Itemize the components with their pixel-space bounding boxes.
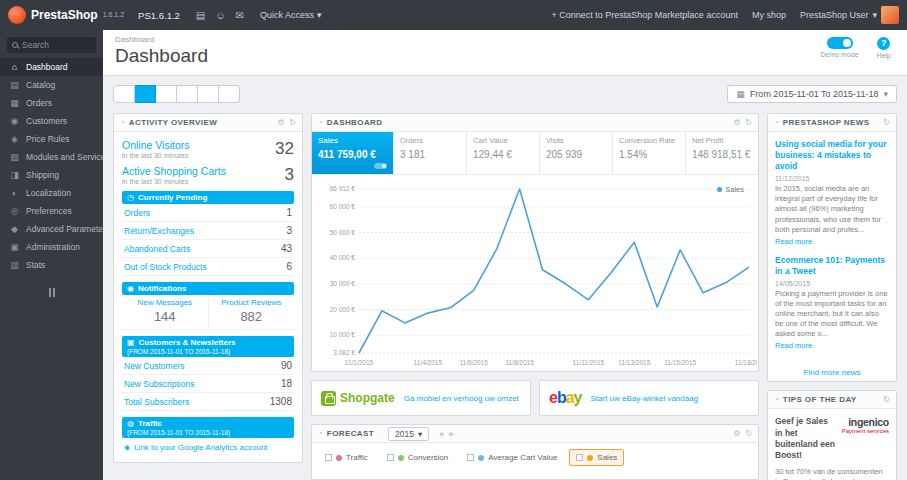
checkbox[interactable] [387,454,394,461]
article-title[interactable]: Ecommerce 101: Payments in a Tweet [775,255,889,277]
date-range-button[interactable]: ▦ From 2015-11-01 To 2015-11-18 ▾ [727,85,897,103]
search-input[interactable] [22,40,91,50]
plus-icon: + [552,10,557,20]
orders-notification-icon[interactable]: ▤ [196,10,205,21]
metric-tab[interactable]: Sales 411 759,00 € [312,132,394,174]
sidebar-item[interactable]: ▣ Administration [0,238,103,256]
period-filter-button[interactable] [177,85,198,103]
forecast-panel: ◔ FORECAST 2015 ▾ « » ⚙↻ [311,424,759,480]
online-visitors-value: 32 [275,139,294,159]
clock-icon: ◷ [127,193,134,202]
period-filter-button[interactable] [156,85,177,103]
news-panel-header: ◔ PRESTASHOP NEWS ↻ [768,114,896,132]
pending-label[interactable]: Orders [124,208,150,218]
series-color-dot [336,455,342,461]
pending-label[interactable]: Abandoned Carts [124,244,190,254]
metric-toggle[interactable] [374,163,387,169]
sidebar-item[interactable]: ◨ Shipping [0,166,103,184]
chart-legend: Sales [717,185,744,194]
sidebar-item[interactable]: ◐ Localization [0,184,103,202]
active-carts-link[interactable]: Active Shopping Carts [122,165,226,177]
metric-tab[interactable]: Orders 3 181 [394,132,467,174]
sidebar-item[interactable]: ◉ Customers [0,112,103,130]
google-analytics-link[interactable]: ◈ Link to your Google Analytics account [122,438,294,457]
my-shop-link[interactable]: My shop [752,10,786,20]
quick-access-menu[interactable]: Quick Access ▾ [260,10,322,20]
online-visitors: Online Visitors in the last 30 minutes 3… [122,139,294,159]
promo-row: Shopgate Ga mobiel en verhoog uw omzet e… [311,380,759,416]
notification-label[interactable]: New Messages [122,298,208,307]
forecast-year-select[interactable]: 2015 ▾ [388,427,429,441]
metric-tab[interactable]: Net Profit 148 918,51 € [686,132,758,174]
period-filter-button[interactable] [198,85,219,103]
refresh-icon[interactable]: ↻ [745,118,752,127]
period-filter-button[interactable] [219,85,240,103]
checkbox[interactable] [325,454,332,461]
forecast-legend-item[interactable]: Conversion [380,449,455,466]
user-name: PrestaShop User [800,10,869,20]
period-filter-button[interactable] [135,85,156,103]
metric-tab[interactable]: Visits 205 939 [540,132,613,174]
tips-panel-header: ◔ TIPS OF THE DAY ↻ [768,391,896,409]
sidebar-item-label: Customers [26,116,67,126]
pending-label[interactable]: Out of Stock Products [124,262,207,272]
customers-row-label[interactable]: New Customers [124,361,184,371]
refresh-icon[interactable]: ↻ [289,118,296,127]
shop-name-link[interactable]: PS1.6.1.2 [138,10,180,21]
shopgate-link[interactable]: Ga mobiel en verhoog uw omzet [404,394,519,403]
sidebar-item-label: Price Rules [26,134,69,144]
period-filter-button[interactable] [113,85,135,103]
metric-tab[interactable]: Conversion Rate 1.54% [613,132,686,174]
forecast-legend-item[interactable]: Average Cart Value [460,449,564,466]
user-menu[interactable]: PrestaShop User ▾ [800,6,899,24]
marketplace-link[interactable]: + Connect to PrestaShop Marketplace acco… [552,10,738,20]
metric-label: Conversion Rate [619,136,679,145]
messages-notification-icon[interactable]: ✉ [236,10,244,21]
sales-chart: 66 912 €60 000 €50 000 €40 000 €30 000 €… [312,175,758,371]
pending-label[interactable]: Return/Exchanges [124,226,194,236]
customers-row-label[interactable]: Total Subscribers [124,397,189,407]
checkbox[interactable] [576,454,583,461]
sidebar-item[interactable]: ▧ Modules and Services [0,148,103,166]
next-year-button[interactable]: » [448,429,453,439]
forecast-legend-item[interactable]: Traffic [318,449,375,466]
checkbox[interactable] [467,454,474,461]
read-more-link[interactable]: Read more [775,237,889,246]
sidebar-item[interactable]: ▦ Orders [0,94,103,112]
page-header: Dashboard Dashboard Demo mode ? Help [103,30,907,76]
collapse-menu-button[interactable] [49,288,55,297]
help-button[interactable]: ? [877,37,890,50]
sidebar-item[interactable]: ◎ Preferences [0,202,103,220]
topbar-notifications: ▤ ☺ ✉ [196,10,244,21]
customers-notification-icon[interactable]: ☺ [215,10,225,21]
sidebar-item[interactable]: ⌂ Dashboard [0,58,103,76]
find-more-news-link[interactable]: Find more news [768,366,896,381]
demo-mode-toggle[interactable] [827,37,853,49]
article-title[interactable]: Using social media for your business: 4 … [775,139,889,172]
chevron-down-icon: ▾ [418,429,422,439]
svg-text:50 000 €: 50 000 € [330,229,356,236]
sidebar-item[interactable]: ◆ Advanced Parameters [0,220,103,238]
refresh-icon[interactable]: ↻ [883,395,890,404]
gear-icon[interactable]: ⚙ [733,118,740,127]
sidebar-item[interactable]: ◈ Price Rules [0,130,103,148]
topbar-right: + Connect to PrestaShop Marketplace acco… [552,6,899,24]
read-more-link[interactable]: Read more [775,341,889,350]
sidebar-item[interactable]: ▥ Stats [0,256,103,274]
prestashop-logo[interactable]: PrestaShop 1.6.1.2 [8,6,124,24]
customers-row-label[interactable]: New Subscriptions [124,379,194,389]
metric-tab[interactable]: Cart Value 129,44 € [467,132,540,174]
sidebar: ⌂ Dashboard ▤ Catalog ▦ Orders ◉ Custome… [0,30,103,480]
refresh-icon[interactable]: ↻ [883,118,890,127]
online-visitors-link[interactable]: Online Visitors [122,139,190,151]
gear-icon[interactable]: ⚙ [277,118,284,127]
article-date: 14/05/2015 [775,280,889,287]
gear-icon[interactable]: ⚙ [733,429,740,438]
refresh-icon[interactable]: ↻ [745,429,752,438]
previous-year-button[interactable]: « [439,429,444,439]
notification-label[interactable]: Product Reviews [209,298,295,307]
sidebar-item[interactable]: ▤ Catalog [0,76,103,94]
sales-chart-svg: 66 912 €60 000 €50 000 €40 000 €30 000 €… [313,179,757,369]
forecast-legend-item[interactable]: Sales [569,449,624,466]
ebay-link[interactable]: Start uw eBay-winkel vandaag [591,394,699,403]
